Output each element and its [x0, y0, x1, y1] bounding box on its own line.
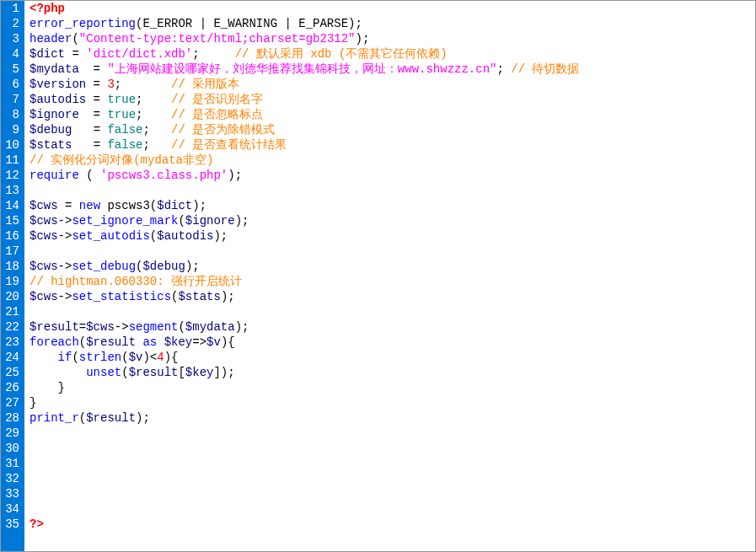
token: require	[29, 169, 79, 182]
code-line[interactable]: $cws->set_autodis($autodis);	[29, 228, 750, 244]
token: new	[79, 199, 100, 212]
token: <?php	[29, 2, 65, 15]
line-number: 35	[4, 517, 19, 532]
token: $debug	[142, 260, 185, 273]
token: ]);	[213, 366, 234, 379]
code-line[interactable]: // hightman.060330: 强行开启统计	[29, 274, 750, 289]
code-line[interactable]: $debug = false; // 是否为除错模式	[29, 122, 750, 137]
token: ->	[58, 260, 72, 273]
token: $autodis	[157, 229, 213, 243]
line-number: 33	[4, 486, 19, 501]
token: (	[79, 411, 86, 425]
token: );	[235, 320, 249, 334]
code-line[interactable]: unset($result[$key]);	[29, 365, 750, 380]
code-line[interactable]: print_r($result);	[29, 410, 750, 426]
token: =	[79, 108, 108, 121]
token: ->	[115, 320, 129, 334]
line-number: 30	[4, 441, 19, 456]
code-line[interactable]: foreach($result as $key=>$v){	[29, 335, 750, 350]
code-line[interactable]: require ( 'pscws3.class.php');	[29, 168, 750, 183]
token: );	[185, 260, 200, 273]
line-number: 12	[4, 168, 19, 183]
token: ?>	[29, 517, 44, 531]
code-line[interactable]: }	[29, 380, 750, 395]
token: $stats	[29, 138, 72, 152]
code-line[interactable]: <?php	[29, 1, 750, 16]
token: $v	[129, 351, 143, 364]
token: }	[29, 396, 36, 410]
token: "Content-type:text/html;charset=gb2312"	[79, 32, 356, 46]
line-number: 14	[4, 198, 19, 213]
code-line[interactable]: // 实例化分词对像(mydata非空)	[29, 153, 750, 168]
code-area[interactable]: <?phperror_reporting(E_ERROR | E_WARNING…	[24, 1, 755, 551]
token: $debug	[29, 123, 72, 137]
token: $ignore	[29, 108, 79, 121]
line-number: 16	[4, 228, 19, 244]
token: "上海网站建设哪家好，刘德华推荐找集锦科技，网址：www.shwzzz.cn"	[107, 62, 496, 76]
code-line[interactable]	[29, 426, 750, 441]
code-line[interactable]: $cws->set_statistics($stats);	[29, 289, 750, 304]
line-number: 32	[4, 471, 19, 486]
code-line[interactable]	[29, 456, 750, 471]
line-number: 15	[4, 213, 19, 228]
token: (	[72, 351, 78, 364]
code-line[interactable]	[29, 486, 750, 501]
code-line[interactable]	[29, 501, 750, 517]
code-line[interactable]	[29, 304, 750, 319]
line-number: 17	[4, 244, 19, 259]
code-line[interactable]: $mydata = "上海网站建设哪家好，刘德华推荐找集锦科技，网址：www.s…	[29, 62, 750, 77]
token: ;	[192, 47, 234, 61]
code-line[interactable]: if(strlen($v)<4){	[29, 350, 750, 365]
code-line[interactable]	[29, 244, 750, 259]
token: // 待切数据	[511, 62, 579, 76]
line-number: 22	[4, 319, 19, 335]
code-line[interactable]: ?>	[29, 517, 750, 532]
line-number: 19	[4, 274, 19, 289]
code-line[interactable]	[29, 183, 750, 198]
token: =	[86, 78, 107, 91]
code-line[interactable]: $stats = false; // 是否查看统计结果	[29, 137, 750, 153]
code-line[interactable]: }	[29, 395, 750, 410]
token: (	[72, 32, 78, 46]
line-number: 20	[4, 289, 19, 304]
token: // 是否为除错模式	[171, 123, 275, 137]
code-line[interactable]: $ignore = true; // 是否忽略标点	[29, 107, 750, 122]
token	[157, 335, 164, 349]
line-number: 8	[4, 107, 19, 122]
line-number: 6	[4, 77, 19, 92]
token: ->	[58, 229, 72, 243]
line-number: 5	[4, 62, 19, 77]
token: $cws	[29, 229, 58, 243]
token: foreach	[29, 335, 79, 349]
token	[29, 351, 58, 364]
code-line[interactable]: $autodis = true; // 是否识别名字	[29, 92, 750, 107]
code-line[interactable]	[29, 471, 750, 486]
code-line[interactable]: $dict = 'dict/dict.xdb'; // 默认采用 xdb (不需…	[29, 46, 750, 62]
code-line[interactable]: $cws->set_ignore_mark($ignore);	[29, 213, 750, 228]
token: ;	[496, 62, 511, 76]
code-line[interactable]: $result=$cws->segment($mydata);	[29, 319, 750, 335]
token: (E_ERROR | E_WARNING | E_PARSE);	[136, 17, 362, 30]
line-number: 11	[4, 153, 19, 168]
code-line[interactable]: $version = 3; // 采用版本	[29, 77, 750, 92]
token: $result	[86, 335, 136, 349]
token: $key	[164, 335, 193, 349]
token: $autodis	[29, 93, 86, 106]
code-line[interactable]: error_reporting(E_ERROR | E_WARNING | E_…	[29, 16, 750, 31]
code-line[interactable]: $cws = new pscws3($dict);	[29, 198, 750, 213]
line-number: 26	[4, 380, 19, 395]
code-line[interactable]: header("Content-type:text/html;charset=g…	[29, 31, 750, 46]
token: ){	[221, 335, 235, 349]
code-editor: 1234567891011121314151617181920212223242…	[0, 0, 756, 552]
token: true	[107, 93, 136, 106]
code-line[interactable]: $cws->set_debug($debug);	[29, 259, 750, 274]
token: (	[178, 320, 185, 334]
token: header	[29, 32, 72, 46]
code-line[interactable]	[29, 441, 750, 456]
token: $v	[206, 335, 221, 349]
line-number: 31	[4, 456, 19, 471]
token: print_r	[29, 411, 79, 425]
token: 3	[107, 78, 114, 91]
token: false	[107, 138, 142, 152]
token: $ignore	[185, 214, 235, 228]
